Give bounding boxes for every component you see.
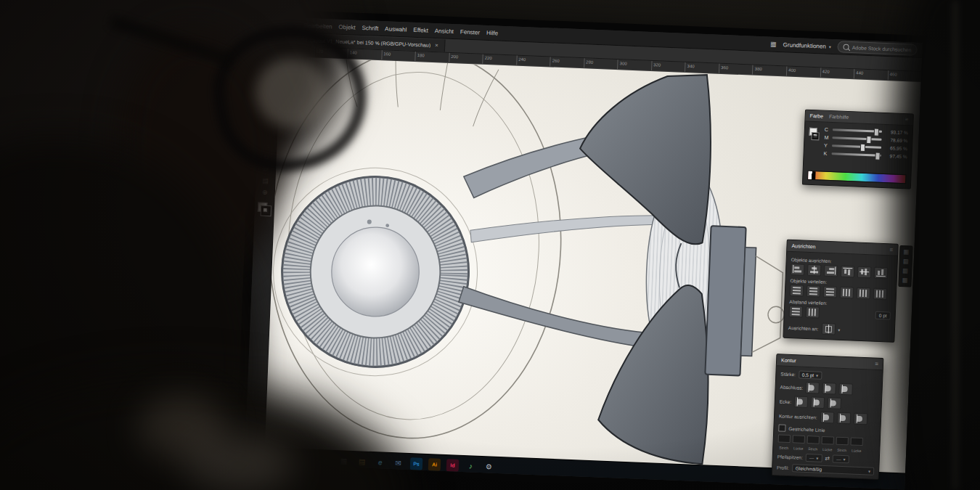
align-right-icon[interactable] [824,265,838,277]
distribute-top-icon[interactable] [790,285,804,297]
illustrator-icon[interactable]: Ai [428,458,441,471]
stroke-proxy-swatch[interactable] [812,133,818,139]
room-right-shadow [893,0,980,490]
menu-item[interactable]: Schrift [362,24,378,31]
ruler-tick: 260 [550,57,584,68]
corner-row: Ecke: [780,395,878,410]
workspace-switcher[interactable]: Grundfunktionen ▾ [783,41,831,50]
indesign-icon[interactable]: Id [446,459,460,472]
ruler-tick: 240 [516,56,550,67]
ruler-tick: 440 [854,69,888,80]
ruler-tick: 160 [381,50,415,61]
tab-farbhilfe[interactable]: Farbhilfe [829,114,849,120]
ruler-tick: 400 [786,66,820,77]
stroke-panel-body: Stärke: 0,5 pt ▾ Abschluss: [772,366,883,479]
ruler-tick: 360 [719,64,753,75]
distribute-left-icon[interactable] [840,287,854,299]
stroke-center-icon[interactable] [820,412,834,424]
slider-thumb[interactable] [860,144,865,152]
ruler-tick: 420 [820,68,854,78]
align-to-selection-icon[interactable] [821,323,836,335]
arrowhead-end-dropdown[interactable]: — ▾ [833,454,849,463]
tab-kontur[interactable]: Kontur [781,358,796,364]
miter-join-icon[interactable] [794,396,809,408]
dash-label: Lücke [850,448,862,453]
dashed-line-checkbox[interactable] [778,424,785,431]
menu-item[interactable]: Auswahl [385,25,407,33]
panel-menu-icon[interactable]: ≡ [875,361,878,367]
slider-thumb[interactable] [867,136,872,144]
dash-2-field[interactable] [807,436,820,444]
workspace-label: Grundfunktionen [783,41,826,49]
slider-track[interactable] [832,144,881,149]
chevron-down-icon: ▾ [868,468,870,473]
distribute-h-center-icon[interactable] [857,287,871,300]
profile-dropdown[interactable]: Gleichmäßig ▾ [792,464,875,475]
gap-2-field[interactable] [822,436,834,445]
dash-label: Lücke [821,447,833,452]
menu-item[interactable]: Effekt [413,26,428,33]
dashed-line-label: Gestrichelte Linie [788,426,825,433]
fill-stroke-proxy[interactable] [808,126,820,165]
slider-thumb[interactable] [873,128,878,136]
close-tab-icon[interactable]: × [435,42,438,49]
chevron-down-icon[interactable]: ▾ [838,327,840,332]
arrange-documents-icon[interactable]: ▦ [770,41,777,48]
distribute-v-center-icon[interactable] [807,285,821,298]
align-bottom-icon[interactable] [874,267,889,279]
align-top-icon[interactable] [841,266,855,278]
stroke-outside-icon[interactable] [853,413,867,425]
stroke-weight-row: Stärke: 0,5 pt ▾ [780,370,878,382]
horizontal-space-icon[interactable] [806,306,820,319]
distribute-bottom-icon[interactable] [823,286,838,298]
round-cap-icon[interactable] [822,383,837,395]
align-v-center-icon[interactable] [857,266,872,279]
ruler-tick: 180 [415,52,449,62]
swap-arrowheads-icon[interactable]: ⇄ [825,455,830,462]
dash-label: Strich [807,446,819,452]
stroke-inside-icon[interactable] [836,412,851,425]
arrowhead-start-dropdown[interactable]: — ▾ [806,454,822,462]
ruler-tick: 380 [752,65,786,76]
tab-ausrichten[interactable]: Ausrichten [791,243,815,249]
slider-track[interactable] [832,152,881,157]
stroke-weight-field[interactable]: 0,5 pt ▾ [799,371,822,380]
gap-1-field[interactable] [793,435,805,444]
menu-item[interactable]: Hilfe [486,29,498,36]
bevel-join-icon[interactable] [828,397,842,409]
ruler-tick: 280 [584,58,618,69]
black-white-swatches[interactable] [808,171,815,179]
photoshop-icon[interactable]: Ps [410,457,423,470]
wall-seam-highlight [952,0,958,490]
distribute-right-icon[interactable] [873,288,888,301]
slider-track[interactable] [833,128,882,133]
music-player-icon[interactable]: ♪ [465,460,478,473]
spacing-value-field[interactable]: 0 pt [875,311,891,319]
ruler-tick: 340 [685,62,719,73]
stroke-align-label: Kontur ausrichten: [779,413,817,420]
gap-3-field[interactable] [851,437,863,446]
eyeglasses-lens-reflection [256,58,328,128]
align-panel-body: Objekte ausrichten: Objekte verteilen: [783,252,897,342]
ruler-tick: 300 [617,60,651,70]
slider-track[interactable] [832,136,881,141]
projecting-cap-icon[interactable] [839,383,854,396]
dash-fields-row [778,434,875,446]
align-h-center-icon[interactable] [807,264,822,277]
dash-1-field[interactable] [778,434,791,443]
color-spectrum-bar[interactable] [807,171,906,184]
cap-label: Abschluss: [780,384,804,390]
dash-3-field[interactable] [836,437,849,446]
settings-icon[interactable]: ⚙ [483,460,496,473]
vertical-space-icon[interactable] [789,306,804,318]
chevron-down-icon: ▾ [816,372,818,377]
stroke-align-row: Kontur ausrichten: [779,409,877,425]
menu-item[interactable]: Fenster [460,28,480,36]
round-join-icon[interactable] [811,396,825,409]
tab-farbe[interactable]: Farbe [810,113,824,119]
menu-item[interactable]: Ansicht [435,28,454,35]
stroke-panel: Kontur ≡ Stärke: 0,5 pt ▾ Abschluss: [772,354,884,480]
slider-thumb[interactable] [875,152,880,160]
align-left-icon[interactable] [791,264,805,276]
butt-cap-icon[interactable] [806,382,820,394]
